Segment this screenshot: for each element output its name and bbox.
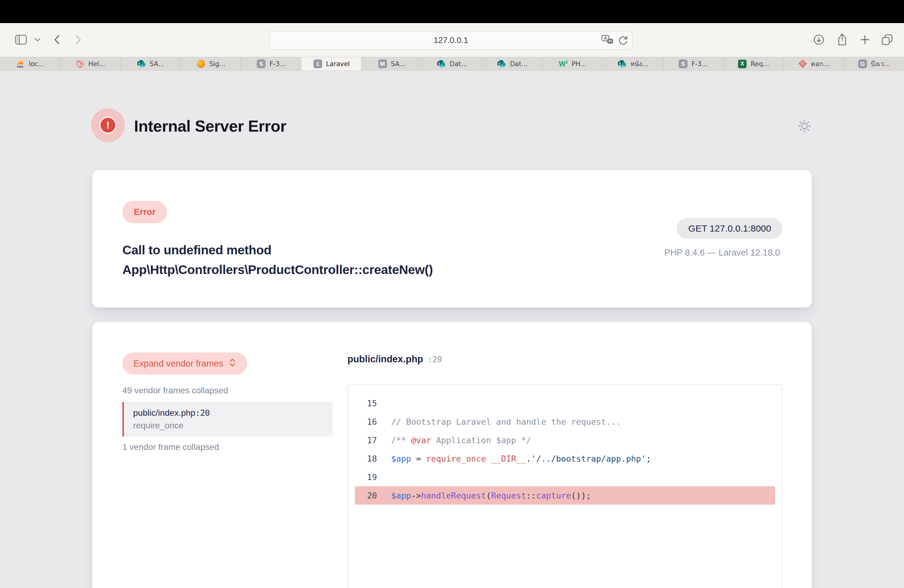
tab-label: Dat... xyxy=(450,60,467,68)
favicon-badge-s: S xyxy=(679,59,688,69)
page-title: Internal Server Error xyxy=(134,117,286,135)
code-text: $app->handleRequest(Request::capture()); xyxy=(391,491,591,500)
tab-label: Hel... xyxy=(88,60,105,68)
back-icon xyxy=(54,35,60,45)
tab-1[interactable]: PMAloc... xyxy=(0,57,60,70)
tab-label: PH... xyxy=(572,60,586,68)
line-number: 20 xyxy=(355,491,377,500)
expand-button-label: Expand vendor frames xyxy=(133,359,223,369)
frame-line-number: :20 xyxy=(195,408,210,417)
screen: 127.0.0.1 PMAloc...Hel...SSA...Sig...SF-… xyxy=(0,0,904,588)
tab-14[interactable]: ดอก... xyxy=(784,57,844,70)
tab-7[interactable]: MSA... xyxy=(362,57,422,70)
tab-label: บึงเว... xyxy=(871,59,890,69)
plus-icon xyxy=(860,35,870,46)
favicon-sharepoint: S xyxy=(497,59,506,69)
favicon-w3: W3 xyxy=(559,59,568,69)
request-badge: GET 127.0.0.1:8000 xyxy=(677,218,782,239)
tab-9[interactable]: SDat... xyxy=(482,57,543,70)
tab-6-active[interactable]: 1Laravel xyxy=(301,57,362,70)
line-number: 18 xyxy=(355,454,377,463)
tab-5[interactable]: SF-3... xyxy=(241,57,301,70)
exclamation-icon: ! xyxy=(99,117,117,134)
favicon-pma: PMA xyxy=(16,59,25,69)
favicon-redmark xyxy=(798,59,808,69)
favicon-sharepoint: S xyxy=(137,59,146,69)
frame-function: require_once xyxy=(133,421,324,430)
code-line-17: 17/** @var Application $app */ xyxy=(355,431,775,449)
page-content: ! Internal Server Error Error Call to un… xyxy=(0,71,904,588)
tab-label: Dat... xyxy=(510,60,527,68)
frame-title: public/index.php:20 xyxy=(133,408,324,418)
error-message-line-2: App\Http\Controllers\ProductController::… xyxy=(122,260,433,280)
svg-text:PMA: PMA xyxy=(17,65,24,68)
favicon-badge-m: M xyxy=(378,59,387,69)
tab-label: SA... xyxy=(150,60,164,68)
translate-icon xyxy=(601,35,614,46)
tab-8[interactable]: SDat... xyxy=(422,57,482,70)
tab-11[interactable]: Sหนัง... xyxy=(603,57,663,70)
tab-label: F-3... xyxy=(692,60,708,68)
back-button[interactable] xyxy=(49,23,65,57)
code-snippet: 1516// Bootstrap Laravel and handle the … xyxy=(348,384,782,588)
new-tab-button[interactable] xyxy=(858,23,872,57)
tab-bar: PMAloc...Hel...SSA...Sig...SF-3...1Larav… xyxy=(0,57,904,71)
menu-bar-strip xyxy=(0,0,904,23)
forward-icon xyxy=(76,35,81,45)
code-line-20-highlighted: 20$app->handleRequest(Request::capture()… xyxy=(355,486,775,505)
svg-text:S: S xyxy=(619,62,621,65)
favicon-badge-g: G xyxy=(858,59,867,69)
tab-10[interactable]: W3PH... xyxy=(543,57,603,70)
share-button[interactable] xyxy=(835,23,849,57)
error-type-badge: Error xyxy=(122,201,167,223)
favicon-sharepoint: S xyxy=(618,59,627,69)
tab-4[interactable]: Sig... xyxy=(181,57,241,70)
tab-overview-button[interactable] xyxy=(880,23,894,57)
code-line-16: 16// Bootstrap Laravel and handle the re… xyxy=(355,413,775,431)
theme-toggle-button[interactable] xyxy=(797,119,812,134)
vendor-frames-collapsed-bottom: 1 vendor frame collapsed xyxy=(122,442,219,452)
code-file-header: public/index.php:20 xyxy=(348,354,442,365)
tab-label: loc... xyxy=(28,60,44,68)
tab-label: Laravel xyxy=(326,60,349,68)
tab-label: F-3... xyxy=(269,60,286,68)
sun-icon xyxy=(797,130,812,134)
tab-3[interactable]: SSA... xyxy=(120,57,181,70)
sidebar-icon xyxy=(15,35,27,46)
url-text: 127.0.0.1 xyxy=(433,36,468,45)
error-message-line-1: Call to undefined method xyxy=(122,240,433,260)
stack-frame-item[interactable]: public/index.php:20 require_once xyxy=(122,402,333,437)
tab-label: Sig... xyxy=(209,60,225,68)
favicon-badge-s: S xyxy=(256,59,266,69)
favicon-badge-1: 1 xyxy=(313,59,322,69)
error-summary-card: Error Call to undefined method App\Http\… xyxy=(92,170,812,308)
browser-toolbar: 127.0.0.1 xyxy=(0,23,904,57)
sidebar-toggle-button[interactable] xyxy=(12,23,30,57)
code-file-line: :20 xyxy=(427,355,442,364)
reload-button[interactable] xyxy=(618,35,628,46)
environment-versions: PHP 8.4.6 — Laravel 12.18.0 xyxy=(664,248,780,258)
sidebar-menu-button[interactable] xyxy=(32,23,44,57)
address-bar[interactable]: 127.0.0.1 xyxy=(269,31,633,50)
favicon-excel: X xyxy=(738,59,747,69)
favicon-sharepoint: S xyxy=(437,59,446,69)
chevron-down-icon xyxy=(35,38,41,43)
tab-label: ดอก... xyxy=(811,59,829,69)
expand-vendor-frames-button[interactable]: Expand vendor frames xyxy=(122,352,247,375)
download-icon xyxy=(813,33,825,47)
tab-12[interactable]: SF-3... xyxy=(663,57,724,70)
tab-label: Req... xyxy=(751,60,769,68)
code-file-name: public/index.php xyxy=(348,354,423,364)
downloads-button[interactable] xyxy=(812,23,826,57)
tab-13[interactable]: XReq... xyxy=(724,57,784,70)
svg-text:S: S xyxy=(138,62,141,65)
code-text: // Bootstrap Laravel and handle the requ… xyxy=(391,417,621,427)
code-line-15: 15 xyxy=(355,394,775,413)
line-number: 19 xyxy=(355,473,377,482)
line-number: 16 xyxy=(355,417,377,427)
code-text: $app = require_once __DIR__.'/../bootstr… xyxy=(391,454,651,463)
translate-button[interactable] xyxy=(601,35,614,46)
tab-2[interactable]: Hel... xyxy=(60,57,120,70)
tab-15[interactable]: Gบึงเว... xyxy=(844,57,904,70)
forward-button[interactable] xyxy=(71,23,86,57)
